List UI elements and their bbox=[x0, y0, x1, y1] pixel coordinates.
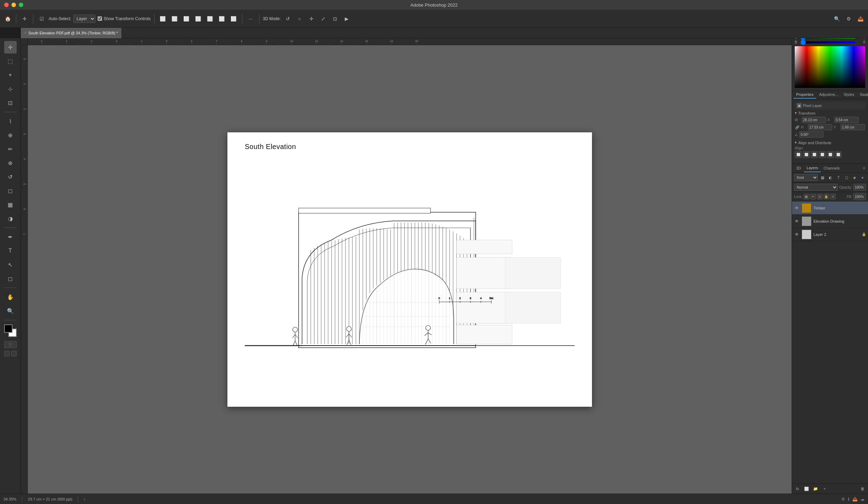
lock-position-btn[interactable]: ✏ bbox=[810, 194, 816, 199]
layer-item-layer2[interactable]: 👁 Layer 2 🔒 bbox=[792, 228, 868, 241]
align-bottom-icon[interactable]: ⬜ bbox=[229, 14, 239, 24]
color-swatch-area[interactable] bbox=[4, 324, 17, 337]
filter-toggle-btn[interactable]: ● bbox=[859, 174, 866, 181]
3d-roll-icon[interactable]: ○ bbox=[295, 14, 304, 24]
align-right-edge-btn[interactable]: ⬜ bbox=[811, 151, 818, 158]
3d-slide-icon[interactable]: ⤢ bbox=[318, 14, 328, 24]
zoom-level[interactable]: 34.35% bbox=[3, 497, 16, 501]
blend-mode-select[interactable]: Normal Multiply Screen bbox=[794, 184, 838, 191]
share-icon[interactable]: 📤 bbox=[856, 14, 865, 24]
add-layer-btn[interactable]: + bbox=[821, 485, 828, 492]
layer-vis-elevation[interactable]: 👁 bbox=[794, 218, 800, 224]
tool-zoom[interactable]: 🔍 bbox=[4, 305, 17, 317]
auto-select-icon[interactable]: ☑ bbox=[37, 14, 47, 24]
3d-pan-icon[interactable]: ✛ bbox=[307, 14, 316, 24]
tool-move[interactable]: ✛ bbox=[4, 41, 17, 53]
tool-clone-stamp[interactable]: ⊗ bbox=[4, 157, 17, 169]
blue-slider[interactable] bbox=[800, 41, 856, 43]
align-vcenter2-btn[interactable]: ⬜ bbox=[827, 151, 834, 158]
layers-expand-icon[interactable]: ≡ bbox=[861, 166, 867, 171]
add-mask-btn[interactable]: ⬜ bbox=[803, 485, 810, 492]
status-cloud-icon[interactable]: ☁ bbox=[860, 497, 865, 502]
lock-all-btn[interactable]: 🔒 bbox=[824, 194, 829, 199]
tool-gradient[interactable]: ▦ bbox=[4, 198, 17, 211]
status-adjust-icon[interactable]: ⚙ bbox=[841, 497, 845, 502]
minimize-button[interactable] bbox=[11, 3, 16, 7]
window-controls[interactable] bbox=[4, 3, 23, 7]
align-center-icon[interactable]: ⬜ bbox=[170, 14, 180, 24]
lock-auto-btn[interactable]: A bbox=[830, 194, 836, 199]
more-options-icon[interactable]: ··· bbox=[246, 14, 256, 24]
tool-eraser[interactable]: ◻ bbox=[4, 184, 17, 197]
home-icon[interactable]: 🏠 bbox=[3, 14, 12, 24]
transform-section-title[interactable]: ▾ Transform bbox=[795, 111, 865, 115]
filter-pixel-btn[interactable]: ▦ bbox=[819, 174, 826, 181]
search-icon[interactable]: 🔍 bbox=[832, 14, 842, 24]
status-arrow[interactable]: › bbox=[84, 497, 85, 501]
3d-scale-icon[interactable]: ⊡ bbox=[330, 14, 340, 24]
layer-item-elevation-drawing[interactable]: 👁 Elevation Drawing bbox=[792, 215, 868, 228]
quick-mask-button[interactable]: ⬛ bbox=[4, 341, 17, 348]
tool-brush[interactable]: ✏ bbox=[4, 143, 17, 155]
status-share-icon[interactable]: 📤 bbox=[852, 497, 858, 502]
tool-path-select[interactable]: ↖ bbox=[4, 258, 17, 271]
tool-dodge[interactable]: ◑ bbox=[4, 212, 17, 225]
move-tool-icon[interactable]: ✛ bbox=[20, 14, 30, 24]
link-icon[interactable]: 🔗 bbox=[795, 125, 800, 130]
align-left-icon[interactable]: ⬜ bbox=[158, 14, 168, 24]
y-input[interactable] bbox=[841, 124, 865, 130]
align-vcenter2-icon[interactable]: ⬜ bbox=[217, 14, 227, 24]
tab-properties[interactable]: Properties bbox=[793, 91, 816, 99]
filter-shape-btn[interactable]: ◻ bbox=[843, 174, 850, 181]
color-picker-gradient[interactable] bbox=[795, 46, 865, 88]
tool-history[interactable]: ↺ bbox=[4, 171, 17, 183]
tab-adjustments[interactable]: Adjustme... bbox=[816, 91, 841, 99]
tool-pen[interactable]: ✒ bbox=[4, 231, 17, 243]
filter-type-btn[interactable]: T bbox=[835, 174, 842, 181]
tab-channels[interactable]: Channels bbox=[821, 164, 842, 172]
layers-kind-filter[interactable]: Kind bbox=[794, 174, 818, 181]
align-top-icon[interactable]: ⬜ bbox=[193, 14, 203, 24]
layer-select[interactable]: Layer Group bbox=[73, 15, 95, 23]
align-hcenter-btn[interactable]: ⬜ bbox=[803, 151, 810, 158]
settings-icon[interactable]: ⚙ bbox=[844, 14, 853, 24]
add-group-btn[interactable]: 📁 bbox=[812, 485, 819, 492]
screen-mode-2-icon[interactable] bbox=[11, 351, 17, 356]
filter-smart-btn[interactable]: ◈ bbox=[851, 174, 858, 181]
align-right-icon[interactable]: ⬜ bbox=[182, 14, 191, 24]
tab-styles[interactable]: Styles bbox=[841, 91, 857, 99]
width-input[interactable] bbox=[802, 117, 826, 123]
align-section-title[interactable]: ▾ Align and Distribute bbox=[795, 140, 865, 145]
align-left-edge-btn[interactable]: ⬜ bbox=[795, 151, 802, 158]
x-input[interactable] bbox=[834, 117, 859, 123]
opacity-input[interactable] bbox=[853, 184, 866, 191]
tab-3d[interactable]: 3D bbox=[793, 164, 804, 172]
layer-item-timber[interactable]: 👁 Timber bbox=[792, 201, 868, 215]
height-input[interactable] bbox=[808, 124, 832, 130]
maximize-button[interactable] bbox=[19, 3, 23, 7]
angle-input[interactable] bbox=[799, 131, 824, 138]
filter-adjust-btn[interactable]: ◐ bbox=[827, 174, 834, 181]
fill-input[interactable] bbox=[853, 193, 866, 200]
tab-swatches[interactable]: Swatches bbox=[857, 91, 868, 99]
layer-vis-layer2[interactable]: 👁 bbox=[794, 232, 800, 237]
tool-magic-wand[interactable]: ⊹ bbox=[4, 83, 17, 95]
foreground-color-swatch[interactable] bbox=[4, 324, 12, 333]
align-top-edge-btn[interactable]: ⬜ bbox=[819, 151, 826, 158]
tab-close-icon[interactable]: × bbox=[24, 31, 26, 35]
close-button[interactable] bbox=[4, 3, 9, 7]
tool-crop[interactable]: ⊡ bbox=[4, 97, 17, 109]
tool-eyedropper[interactable]: ⌇ bbox=[4, 115, 17, 127]
layer-vis-timber[interactable]: 👁 bbox=[794, 205, 800, 211]
3d-rotate-icon[interactable]: ↺ bbox=[283, 14, 293, 24]
transform-controls-checkbox[interactable] bbox=[98, 16, 102, 21]
status-info-icon[interactable]: ℹ bbox=[848, 497, 850, 502]
screen-mode-icon[interactable] bbox=[4, 351, 10, 356]
tool-marquee[interactable]: ⬚ bbox=[4, 55, 17, 67]
delete-layer-btn[interactable]: 🗑 bbox=[859, 485, 866, 492]
3d-video-icon[interactable]: ▶ bbox=[342, 14, 352, 24]
tool-hand[interactable]: ✋ bbox=[4, 291, 17, 303]
tool-shape[interactable]: ◻ bbox=[4, 272, 17, 285]
tab-layers[interactable]: Layers bbox=[804, 164, 821, 172]
add-fill-layer-btn[interactable]: fx bbox=[794, 485, 801, 492]
